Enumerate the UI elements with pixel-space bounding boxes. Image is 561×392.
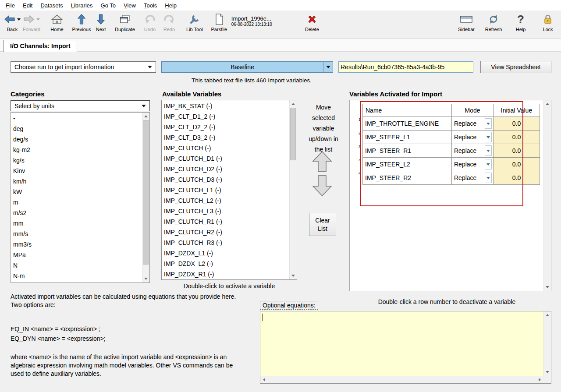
available-variable-item[interactable]: IMP_BK_STAT (-) — [162, 101, 289, 111]
home-button[interactable]: Home — [47, 12, 67, 32]
lib-tool-button[interactable]: Lib Tool — [185, 12, 204, 32]
initial-value-cell[interactable]: 0.0 — [494, 144, 540, 158]
forward-button[interactable]: Forward — [22, 12, 41, 32]
row-number[interactable]: 3 — [359, 145, 361, 149]
select-by-units-dropdown[interactable]: Select by units — [11, 100, 150, 111]
optional-equations-textarea[interactable] — [260, 311, 551, 384]
category-item[interactable]: kg-m2 — [11, 145, 142, 155]
category-item[interactable]: MPa — [11, 250, 142, 260]
category-item[interactable]: deg/s — [11, 134, 142, 145]
mode-dropdown-button[interactable] — [485, 173, 492, 183]
available-variable-item[interactable]: IMP_CLT_D3_2 (-) — [162, 132, 289, 143]
category-item[interactable]: N — [11, 260, 142, 271]
menu-item[interactable]: Go To — [97, 1, 120, 10]
mode-cell[interactable]: Replace — [452, 117, 494, 131]
available-variable-item[interactable]: IMP_CLUTCH_R1 (-) — [162, 216, 289, 227]
available-variable-item[interactable]: IMP_CLUTCH_L1 (-) — [162, 185, 289, 195]
available-variable-item[interactable]: IMP_CLUTCH_L3 (-) — [162, 206, 289, 216]
redo-button[interactable]: Redo — [160, 12, 179, 32]
available-variable-item[interactable]: IMP_CLUTCH_D2 (-) — [162, 164, 289, 174]
available-variable-item[interactable]: IMP_CLUTCH_R2 (-) — [162, 227, 289, 237]
previous-button[interactable]: Previous — [72, 12, 91, 32]
scrollbar-thumb[interactable] — [290, 108, 296, 160]
menu-item[interactable]: Edit — [19, 1, 36, 10]
name-cell[interactable]: IMP_THROTTLE_ENGINE — [362, 117, 452, 131]
mode-cell[interactable]: Replace — [452, 171, 494, 185]
row-number[interactable]: 1 — [359, 117, 361, 122]
scroll-up-icon[interactable] — [142, 113, 149, 120]
name-cell[interactable]: IMP_STEER_R1 — [362, 144, 452, 158]
categories-scrollbar[interactable] — [142, 113, 149, 283]
mode-cell[interactable]: Replace — [452, 144, 494, 158]
initial-value-cell[interactable]: 0.0 — [494, 117, 540, 131]
category-item[interactable]: km/h — [11, 176, 142, 187]
menu-item[interactable]: Libraries — [67, 1, 97, 10]
row-number[interactable]: 4 — [359, 158, 361, 162]
delete-button[interactable]: Delete — [302, 12, 322, 32]
row-number[interactable]: 5 — [359, 172, 361, 176]
scroll-down-icon[interactable] — [289, 272, 297, 279]
available-variable-item[interactable]: IMP_CLUTCH_D1 (-) — [162, 153, 289, 164]
category-item[interactable]: kW — [11, 187, 142, 197]
scroll-down-icon[interactable] — [142, 275, 149, 283]
duplicate-button[interactable]: Duplicate — [115, 12, 135, 32]
initial-value-cell[interactable]: 0.0 — [494, 171, 540, 185]
category-item[interactable]: deg — [11, 124, 142, 134]
back-dropdown-icon[interactable] — [17, 18, 21, 21]
scroll-left-icon[interactable] — [260, 376, 268, 383]
available-variable-item[interactable]: IMP_CLUTCH_R3 (-) — [162, 237, 289, 248]
choose-run-dropdown[interactable]: Choose run to get import information — [11, 61, 156, 73]
menu-item[interactable]: Help — [161, 1, 181, 10]
scroll-down-icon[interactable] — [543, 283, 551, 291]
available-variable-item[interactable]: IMP_CLUTCH_L2 (-) — [162, 195, 289, 206]
mode-cell[interactable]: Replace — [452, 158, 494, 171]
clear-list-button[interactable]: Clear List — [309, 213, 336, 236]
move-down-button[interactable] — [312, 175, 332, 198]
scroll-right-icon[interactable] — [536, 376, 543, 383]
refresh-button[interactable]: Refresh — [484, 12, 503, 32]
next-button[interactable]: Next — [91, 12, 110, 32]
category-item[interactable]: Kinv — [11, 166, 142, 176]
category-item[interactable]: N-m — [11, 271, 142, 281]
category-item[interactable]: kg/s — [11, 155, 142, 166]
scrollbar-thumb[interactable] — [143, 120, 149, 265]
menu-item[interactable]: File — [2, 1, 19, 10]
sidebar-button[interactable]: Sidebar — [457, 12, 476, 32]
mode-dropdown-button[interactable] — [485, 118, 492, 129]
available-variable-item[interactable]: IMP_CLT_D1_2 (-) — [162, 111, 289, 122]
available-variable-item[interactable]: IMP_DZDX_R1 (-) — [162, 269, 289, 279]
category-item[interactable]: m/s2 — [11, 208, 142, 218]
category-item[interactable]: mm — [11, 218, 142, 229]
menu-item[interactable]: Tools — [140, 1, 161, 10]
initial-value-cell[interactable]: 0.0 — [494, 158, 540, 171]
tab-io-channels-import[interactable]: I/O Channels: Import — [4, 40, 77, 52]
initial-value-cell[interactable]: 0.0 — [494, 131, 540, 144]
help-button[interactable]: Help — [511, 12, 530, 32]
menu-item[interactable]: Datasets — [36, 1, 67, 10]
category-item[interactable]: - — [11, 113, 142, 124]
activated-table-scrollbar[interactable] — [543, 100, 551, 291]
back-button[interactable]: Back — [3, 12, 22, 32]
name-cell[interactable]: IMP_STEER_L2 — [362, 158, 452, 171]
row-number[interactable]: 2 — [359, 131, 361, 135]
scroll-down-icon[interactable] — [543, 368, 551, 376]
available-variable-item[interactable]: IMP_DZDX_L2 (-) — [162, 258, 289, 269]
equations-horizontal-scrollbar[interactable] — [260, 376, 543, 383]
menu-item[interactable]: View — [120, 1, 140, 10]
category-item[interactable]: m — [11, 197, 142, 208]
name-cell[interactable]: IMP_STEER_L1 — [362, 131, 452, 144]
available-variable-item[interactable]: IMP_DZDX_L1 (-) — [162, 248, 289, 258]
run-select-dropdown[interactable] — [323, 62, 333, 72]
available-variables-scrollbar[interactable] — [289, 100, 297, 279]
equations-vertical-scrollbar[interactable] — [543, 311, 551, 376]
scroll-up-icon[interactable] — [289, 100, 297, 108]
run-select[interactable]: Baseline — [161, 61, 333, 73]
category-item[interactable]: mm3/s — [11, 239, 142, 250]
view-spreadsheet-button[interactable]: View Spreadsheet — [480, 61, 551, 73]
mode-dropdown-button[interactable] — [485, 159, 492, 170]
results-path-field[interactable]: Results\Run_6cb07365-85a3-4a3b-95 — [338, 61, 473, 73]
name-cell[interactable]: IMP_STEER_R2 — [362, 171, 452, 185]
scroll-up-icon[interactable] — [543, 100, 551, 108]
mode-cell[interactable]: Replace — [452, 131, 494, 144]
category-item[interactable]: mm/s — [11, 229, 142, 239]
